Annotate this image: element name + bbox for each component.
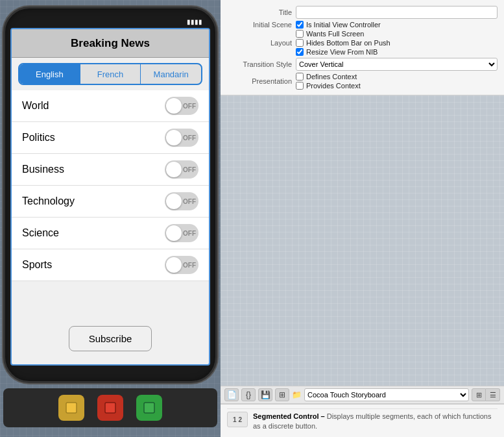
svg-rect-0 xyxy=(66,403,77,413)
component-name: Segmented Control – xyxy=(253,412,327,420)
list-item: Sports OFF xyxy=(12,249,209,281)
transition-style-select[interactable]: Cover Vertical xyxy=(296,58,498,71)
is-initial-checkbox[interactable] xyxy=(296,21,304,29)
view-toggle: ⊞ ☰ xyxy=(472,388,500,401)
segment-mandarin[interactable]: Mandarin xyxy=(141,64,201,84)
hides-bottom-bar-checkbox[interactable] xyxy=(296,39,304,47)
defines-context-label: Defines Context xyxy=(306,73,357,81)
component-item-segmented: 1 2 Segmented Control – Displays multipl… xyxy=(227,408,498,433)
list-item: Science OFF xyxy=(12,218,209,249)
file-type-dropdown[interactable]: Cocoa Touch Storyboard xyxy=(304,388,469,401)
business-toggle[interactable]: OFF xyxy=(165,160,198,179)
nav-bar: Breaking News xyxy=(12,29,209,58)
resize-view-item: Resize View From NIB xyxy=(296,48,390,56)
initial-scene-checks: Is Initial View Controller xyxy=(296,21,381,29)
inspector-panel: Title Initial Scene Is Initial View Cont… xyxy=(221,0,504,437)
defines-context-checkbox[interactable] xyxy=(296,73,304,81)
subscribe-button[interactable]: Subscribe xyxy=(69,326,152,351)
layout-checks: Wants Full Screen Hides Bottom Bar on Pu… xyxy=(296,30,390,56)
is-initial-item: Is Initial View Controller xyxy=(296,21,381,29)
presentation-checks: Defines Context Provides Context xyxy=(296,73,361,90)
world-label: World xyxy=(22,100,49,112)
layout-row: Layout Wants Full Screen Hides Bottom Ba… xyxy=(227,30,498,56)
science-toggle[interactable]: OFF xyxy=(165,224,198,242)
grid-view-button[interactable]: ⊞ xyxy=(472,388,486,401)
title-input[interactable] xyxy=(296,6,498,19)
component-icon-segmented: 1 2 xyxy=(227,412,248,427)
file-selector: 📁 Cocoa Touch Storyboard xyxy=(292,388,469,401)
dock-icon-3[interactable] xyxy=(136,395,162,421)
canvas-area xyxy=(221,95,504,386)
hides-bottom-bar-item: Hides Bottom Bar on Push xyxy=(296,39,390,47)
list-item: Politics OFF xyxy=(12,122,209,154)
sports-toggle[interactable]: OFF xyxy=(165,256,198,274)
resize-view-label: Resize View From NIB xyxy=(306,48,378,56)
nav-title: Breaking News xyxy=(71,37,150,50)
hides-bottom-bar-label: Hides Bottom Bar on Push xyxy=(306,39,390,47)
subscribe-area: Subscribe xyxy=(12,313,209,364)
technology-label: Technology xyxy=(22,195,75,207)
list-view-button[interactable]: ☰ xyxy=(486,388,500,401)
provides-context-checkbox[interactable] xyxy=(296,82,304,90)
politics-label: Politics xyxy=(22,132,55,144)
bottom-toolbar: 📄 {} 💾 ⊞ 📁 Cocoa Touch Storyboard ⊞ ☰ xyxy=(221,386,504,404)
initial-scene-label: Initial Scene xyxy=(227,21,292,29)
code-icon-button[interactable]: {} xyxy=(241,388,256,401)
sports-label: Sports xyxy=(22,259,52,271)
provides-context-item: Provides Context xyxy=(296,82,361,90)
provides-context-label: Provides Context xyxy=(306,82,361,90)
grid-icon-button[interactable]: ⊞ xyxy=(275,388,289,401)
segment-french[interactable]: French xyxy=(80,64,141,84)
transition-style-label: Transition Style xyxy=(227,60,292,68)
is-initial-label: Is Initial View Controller xyxy=(306,21,381,29)
wants-full-screen-label: Wants Full Screen xyxy=(306,30,364,38)
list-item: Technology OFF xyxy=(12,186,209,218)
transition-style-row: Transition Style Cover Vertical xyxy=(227,58,498,71)
svg-rect-2 xyxy=(144,403,154,413)
presentation-row: Presentation Defines Context Provides Co… xyxy=(227,73,498,90)
simulator-panel: ▮▮▮▮ Breaking News English French Mandar… xyxy=(0,0,221,437)
technology-toggle[interactable]: OFF xyxy=(165,192,198,210)
science-label: Science xyxy=(22,227,59,239)
list-area: World OFF Politics OFF Business OFF xyxy=(12,90,209,313)
list-item: World OFF xyxy=(12,90,209,122)
save-icon-button[interactable]: 💾 xyxy=(258,388,272,401)
inspector-fields: Title Initial Scene Is Initial View Cont… xyxy=(221,0,504,95)
wants-full-screen-checkbox[interactable] xyxy=(296,30,304,38)
defines-context-item: Defines Context xyxy=(296,73,361,81)
component-text: Segmented Control – Displays multiple se… xyxy=(253,412,498,431)
file-icon-button[interactable]: 📄 xyxy=(224,388,239,401)
ios-device: ▮▮▮▮ Breaking News English French Mandar… xyxy=(3,6,217,383)
wants-full-screen-item: Wants Full Screen xyxy=(296,30,390,38)
dock-icon-2[interactable] xyxy=(97,395,123,421)
svg-rect-1 xyxy=(105,403,115,413)
title-row: Title xyxy=(227,6,498,19)
battery-icon: ▮▮▮▮ xyxy=(187,18,202,25)
folder-icon: 📁 xyxy=(292,390,302,399)
dock-icon-1[interactable] xyxy=(58,395,84,421)
world-toggle[interactable]: OFF xyxy=(165,97,198,115)
layout-label: Layout xyxy=(227,39,292,47)
segment-control[interactable]: English French Mandarin xyxy=(18,63,202,85)
resize-view-checkbox[interactable] xyxy=(296,48,304,56)
business-label: Business xyxy=(22,164,64,175)
component-panel: 1 2 Segmented Control – Displays multipl… xyxy=(221,404,504,437)
status-bar: ▮▮▮▮ xyxy=(12,15,209,28)
segment-english[interactable]: English xyxy=(19,64,80,84)
politics-toggle[interactable]: OFF xyxy=(165,129,198,147)
bottom-dock xyxy=(3,388,217,427)
ios-screen: Breaking News English French Mandarin Wo… xyxy=(10,28,210,366)
initial-scene-row: Initial Scene Is Initial View Controller xyxy=(227,21,498,29)
list-item: Business OFF xyxy=(12,154,209,186)
presentation-label: Presentation xyxy=(227,77,292,85)
title-field-label: Title xyxy=(227,8,292,16)
